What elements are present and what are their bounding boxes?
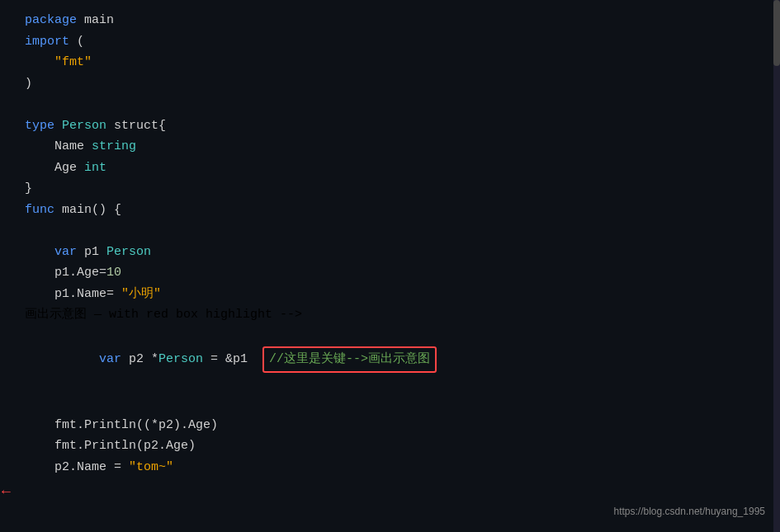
scrollbar[interactable] <box>773 0 780 532</box>
code-line-14: p1.Name= "小明" <box>25 284 763 305</box>
code-editor: package main import ( "fmt" ) type Perso… <box>0 0 780 532</box>
code-line-16 <box>25 393 763 415</box>
highlight-box: //这里是关键-->画出示意图 <box>262 346 437 373</box>
code-line-15: var p2 *Person = &p1 //这里是关键-->画出示意图 <box>25 326 763 394</box>
code-line-19: p2.Name = "tom~" <box>25 457 763 478</box>
code-line-20: ← fmt.Printf("p2.Name=%v p1.Name=%v \n",… <box>25 478 763 532</box>
code-line-13: p1.Age=10 <box>25 262 763 284</box>
code-line-7: Name string <box>25 136 763 158</box>
code-line-5 <box>25 94 763 115</box>
code-line-1: package main <box>25 10 763 31</box>
code-line-10: func main() { <box>25 200 763 221</box>
arrow-left-icon: ← <box>2 479 11 505</box>
code-line-17: fmt.Println((*p2).Age) <box>25 415 763 436</box>
watermark: https://blog.csdn.net/huyang_1995 <box>614 506 765 517</box>
code-line-3: "fmt" <box>25 52 763 73</box>
code-line-4: ) <box>25 73 763 95</box>
code-line-2: import ( <box>25 31 763 53</box>
code-line-18: fmt.Println(p2.Age) <box>25 435 763 457</box>
code-line-8: Age int <box>25 158 763 179</box>
code-line-12: var p1 Person <box>25 242 763 263</box>
code-line-11 <box>25 220 763 242</box>
code-line-6: type Person struct{ <box>25 115 763 137</box>
scrollbar-thumb[interactable] <box>773 0 780 66</box>
code-block: package main import ( "fmt" ) type Perso… <box>25 10 763 532</box>
code-line-9: } <box>25 178 763 200</box>
